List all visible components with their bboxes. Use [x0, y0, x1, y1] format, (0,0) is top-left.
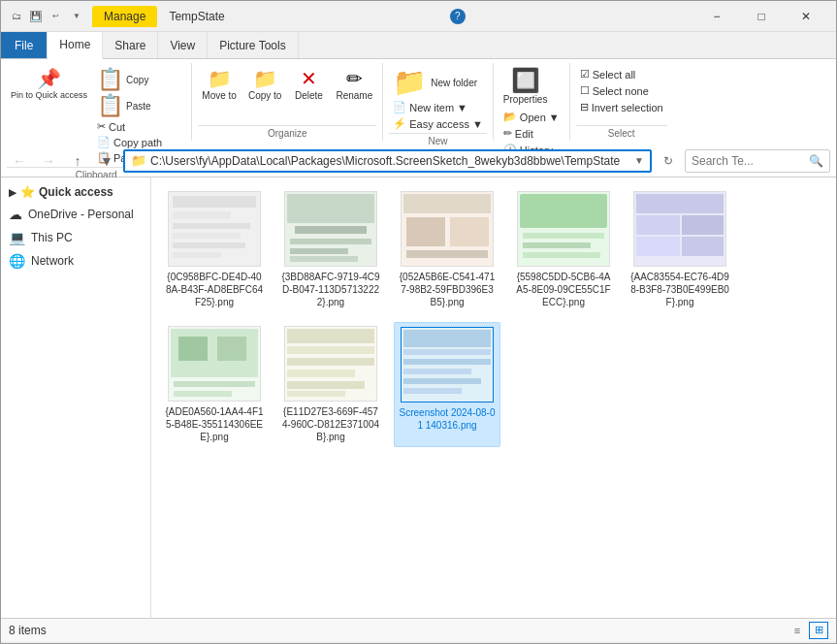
new-item-button[interactable]: 📄 New item ▼: [389, 100, 471, 114]
paste-button[interactable]: 📋 Paste: [93, 93, 185, 118]
quick-access-star-icon: ⭐: [20, 185, 35, 199]
sidebar-item-this-pc[interactable]: 💻 This PC: [1, 226, 150, 249]
cut-button[interactable]: ✂ Cut: [93, 119, 185, 134]
new-folder-button[interactable]: 📁 New folder: [389, 67, 481, 98]
file-thumbnail: [517, 191, 610, 267]
copy-label: Copy: [126, 75, 148, 86]
forward-button[interactable]: →: [36, 148, 61, 174]
svg-rect-20: [523, 233, 604, 239]
file-name: {AAC83554-EC76-4D98-B3F8-73B0E499EB0F}.p…: [630, 271, 729, 308]
refresh-button[interactable]: ↻: [656, 148, 681, 174]
network-label: Network: [31, 254, 74, 268]
easy-access-icon: ⚡: [393, 117, 406, 130]
tab-view[interactable]: View: [158, 32, 208, 58]
sidebar-item-onedrive[interactable]: ☁ OneDrive - Personal: [1, 203, 150, 226]
status-bar: 8 items ≡ ⊞: [1, 618, 836, 641]
file-thumbnail: [284, 191, 377, 267]
file-name: Screenshot 2024-08-01 140316.png: [399, 406, 496, 432]
recent-locations-button[interactable]: ▼: [94, 148, 119, 174]
select-label: Select: [576, 125, 667, 139]
maximize-button[interactable]: □: [739, 1, 784, 32]
svg-rect-1: [173, 196, 256, 208]
select-all-button[interactable]: ☑ Select all: [576, 67, 640, 81]
svg-rect-21: [523, 242, 591, 248]
svg-rect-25: [636, 215, 680, 235]
svg-rect-31: [178, 337, 208, 361]
easy-access-button[interactable]: ⚡ Easy access ▼: [389, 116, 487, 131]
pin-icon: 📌: [37, 69, 61, 88]
svg-rect-17: [406, 250, 488, 258]
svg-rect-14: [403, 194, 491, 213]
copy-path-button[interactable]: 📄 Copy path: [93, 135, 185, 149]
invert-icon: ⊟: [580, 101, 589, 113]
up-button[interactable]: ↑: [65, 148, 90, 174]
window-title: TempState: [169, 10, 224, 23]
window-icon: 🗂: [9, 9, 24, 24]
delete-icon: ✕: [301, 69, 317, 88]
delete-button[interactable]: ✕ Delete: [289, 67, 328, 104]
edit-button[interactable]: ✏ Edit: [499, 126, 537, 141]
this-pc-icon: 💻: [9, 230, 25, 245]
svg-rect-11: [290, 248, 348, 254]
minimize-button[interactable]: −: [694, 1, 739, 32]
copy-to-button[interactable]: 📁 Copy to: [244, 67, 285, 104]
copy-button[interactable]: 📋 Copy: [93, 67, 185, 92]
list-item[interactable]: {3BD88AFC-9719-4C9D-B047-113D57132222}.p…: [277, 187, 384, 312]
new-label: New: [389, 133, 487, 146]
list-item[interactable]: {0C958BFC-DE4D-408A-B43F-AD8EBFC64F25}.p…: [161, 187, 268, 312]
tab-picture-tools[interactable]: Picture Tools: [208, 32, 298, 58]
pin-to-quick-access-button[interactable]: 📌 Pin to Quick access: [7, 67, 91, 103]
sidebar-item-network[interactable]: 🌐 Network: [1, 249, 150, 273]
svg-rect-34: [174, 391, 232, 397]
search-box[interactable]: 🔍: [685, 149, 830, 173]
tab-home[interactable]: Home: [48, 32, 103, 59]
move-to-button[interactable]: 📁 Move to: [198, 67, 241, 104]
pin-label: Pin to Quick access: [11, 90, 87, 101]
invert-selection-button[interactable]: ⊟ Invert selection: [576, 100, 667, 114]
copy-to-label: Copy to: [248, 90, 281, 102]
file-name: {E11D27E3-669F-4574-960C-D812E371004B}.p…: [281, 405, 380, 443]
back-button[interactable]: ←: [7, 148, 32, 174]
tab-share[interactable]: Share: [103, 32, 158, 58]
close-button[interactable]: ✕: [784, 1, 828, 32]
tab-file[interactable]: File: [1, 32, 48, 58]
rename-button[interactable]: ✏ Rename: [332, 67, 376, 104]
list-item[interactable]: {AAC83554-EC76-4D98-B3F8-73B0E499EB0F}.p…: [627, 187, 733, 312]
svg-rect-19: [520, 194, 607, 228]
select-none-label: Select none: [593, 85, 649, 97]
move-to-label: Move to: [202, 90, 237, 102]
list-item[interactable]: {5598C5DD-5CB6-4AA5-8E09-09CE55C1FECC}.p…: [510, 187, 617, 312]
svg-rect-46: [403, 369, 471, 374]
onedrive-label: OneDrive - Personal: [28, 208, 134, 221]
easy-access-dropdown-icon: ▼: [472, 118, 483, 130]
address-text: C:\Users\fy\AppData\Local\Packages\Micro…: [150, 154, 634, 168]
svg-rect-39: [287, 370, 355, 377]
list-item[interactable]: {E11D27E3-669F-4574-960C-D812E371004B}.p…: [277, 322, 384, 447]
list-item[interactable]: {ADE0A560-1AA4-4F15-B48E-355114306EEE}.p…: [161, 322, 268, 447]
list-item[interactable]: {052A5B6E-C541-4717-98B2-59FBD396E3B5}.p…: [394, 187, 500, 312]
open-icon: 📂: [503, 111, 517, 123]
list-item[interactable]: Screenshot 2024-08-01 140316.png: [394, 322, 500, 447]
address-bar[interactable]: 📁 C:\Users\fy\AppData\Local\Packages\Mic…: [123, 149, 652, 173]
address-dropdown-icon[interactable]: ▼: [634, 155, 644, 166]
select-none-button[interactable]: ☐ Select none: [576, 83, 653, 98]
search-input[interactable]: [692, 154, 809, 168]
svg-rect-47: [403, 378, 481, 384]
large-icons-view-button[interactable]: ⊞: [809, 622, 828, 639]
manage-tab[interactable]: Manage: [92, 6, 157, 27]
svg-rect-36: [287, 329, 374, 343]
edit-label: Edit: [515, 128, 533, 140]
dropdown-arrow-icon[interactable]: ▼: [69, 9, 84, 24]
help-button[interactable]: ?: [450, 9, 466, 24]
svg-rect-9: [295, 226, 367, 234]
svg-rect-15: [406, 217, 445, 246]
new-item-icon: 📄: [393, 101, 406, 113]
details-view-button[interactable]: ≡: [788, 622, 807, 639]
svg-rect-6: [173, 252, 221, 258]
ribbon-tabs: File Home Share View Picture Tools: [1, 32, 836, 59]
quick-access-header[interactable]: ▶ ⭐ Quick access: [1, 181, 150, 203]
properties-button[interactable]: 🔲 Properties: [499, 67, 552, 108]
invert-label: Invert selection: [592, 102, 663, 113]
copy-icon: 📋: [97, 69, 123, 90]
open-button[interactable]: 📂 Open ▼: [499, 110, 563, 124]
